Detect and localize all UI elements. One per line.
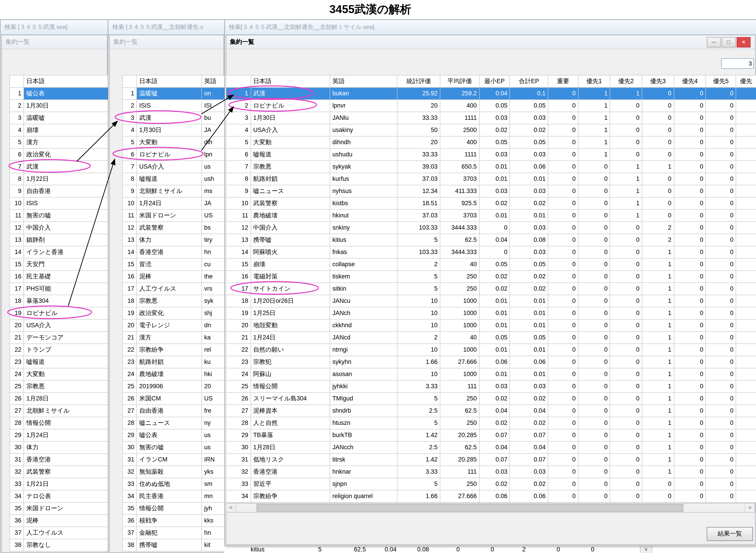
cell[interactable]: htuszn — [330, 417, 397, 429]
cell[interactable]: 0 — [706, 222, 736, 234]
cell[interactable]: 0 — [578, 380, 610, 393]
table-row[interactable]: 7武漢 — [10, 161, 108, 173]
cell[interactable]: 0.05 — [510, 331, 548, 344]
table-row[interactable]: 291月24日 — [10, 429, 108, 441]
row-number[interactable]: 25 — [10, 380, 24, 393]
table-row[interactable]: 9自由香港 — [10, 185, 108, 197]
cell[interactable]: 0 — [578, 417, 610, 429]
cell[interactable]: 0 — [674, 149, 705, 161]
cell[interactable]: 0 — [674, 344, 705, 356]
row-number[interactable]: 7 — [123, 161, 137, 173]
cell[interactable]: JA — [202, 197, 225, 210]
cell[interactable]: 0 — [548, 417, 578, 429]
cell[interactable]: 0.05 — [510, 258, 548, 270]
row-number[interactable]: 1 — [10, 87, 24, 100]
cell[interactable]: 嘘ニュース — [251, 185, 330, 197]
table-row[interactable]: 211月24日JANcd2400.050.05000100 — [226, 331, 756, 344]
cell[interactable]: 0 — [548, 283, 578, 295]
cell[interactable]: 0 — [610, 222, 642, 234]
table-row[interactable]: 14阿蘇噴火fnkas103.333444.33300.03000100 — [226, 246, 756, 258]
row-number[interactable]: 30 — [10, 441, 24, 454]
cell[interactable]: 0 — [706, 356, 736, 368]
cell[interactable]: 0.03 — [510, 185, 548, 197]
child-titlebar[interactable]: 集約一覧 — [110, 35, 223, 49]
cell[interactable]: 0 — [674, 478, 705, 490]
cell[interactable]: 0 — [706, 87, 736, 100]
cell[interactable]: 1月20日or26日 — [251, 295, 330, 307]
row-number[interactable]: 15 — [123, 258, 137, 270]
cell[interactable] — [736, 393, 756, 405]
cell[interactable]: 武漢 — [137, 112, 202, 124]
cell[interactable]: JANcd — [330, 331, 397, 344]
cell[interactable]: 0 — [548, 356, 578, 368]
table-row[interactable]: 23航路封鎖ku — [123, 356, 225, 368]
table-row[interactable]: 41月30日JA — [123, 124, 225, 136]
row-number[interactable]: 18 — [123, 295, 137, 307]
cell[interactable]: snkiny — [330, 222, 397, 234]
row-number[interactable]: 33 — [123, 478, 137, 490]
cell[interactable]: 0 — [706, 258, 736, 270]
cell[interactable]: 0 — [610, 258, 642, 270]
cell[interactable]: 0 — [610, 368, 642, 380]
cell[interactable]: 0 — [548, 258, 578, 270]
cell[interactable]: イランと香港 — [24, 246, 108, 258]
cell[interactable]: 0 — [674, 295, 705, 307]
cell[interactable]: 0.05 — [510, 136, 548, 149]
row-number[interactable]: 13 — [226, 234, 251, 246]
cell[interactable] — [736, 210, 756, 222]
cell[interactable]: 0.02 — [479, 124, 510, 136]
cell[interactable]: 0.01 — [479, 319, 510, 331]
cell[interactable]: 1 — [642, 246, 674, 258]
table-row[interactable]: 33習近平sjnpn52500.020.02000000 — [226, 478, 756, 490]
table-row[interactable]: 19政治変化shj — [123, 307, 225, 319]
table-row[interactable]: 8嘘報道ush — [123, 173, 225, 185]
cell[interactable]: 0 — [674, 393, 705, 405]
table-row[interactable]: 261月28日 — [10, 393, 108, 405]
cell[interactable]: USA介入 — [137, 161, 202, 173]
cell[interactable]: 0 — [610, 124, 642, 136]
table-row[interactable]: 5大変動dihndh204000.050.05010000 — [226, 136, 756, 149]
cell[interactable]: tiskem — [330, 270, 397, 283]
cell[interactable]: 0.01 — [479, 210, 510, 222]
row-number[interactable]: 32 — [10, 466, 24, 478]
cell[interactable]: 宗教悪 — [251, 161, 330, 173]
cell[interactable]: 0.01 — [479, 161, 510, 173]
cell[interactable]: 0 — [706, 149, 736, 161]
cell[interactable] — [736, 429, 756, 441]
cell[interactable]: 0 — [578, 454, 610, 466]
cell[interactable]: 0 — [610, 270, 642, 283]
cell[interactable]: the — [202, 270, 225, 283]
cell[interactable]: 香港空港 — [251, 466, 330, 478]
cell[interactable]: 1 — [610, 161, 642, 173]
row-number[interactable]: 32 — [226, 466, 251, 478]
cell[interactable]: スリーマイル島304 — [251, 393, 330, 405]
cell[interactable]: sjnpn — [330, 478, 397, 490]
cell[interactable]: 0 — [548, 112, 578, 124]
column-header[interactable]: 統計評価 — [397, 75, 440, 87]
cell[interactable]: 0 — [706, 100, 736, 112]
cell[interactable]: 0 — [610, 112, 642, 124]
cell[interactable]: 0 — [610, 490, 642, 502]
row-number[interactable]: 17 — [226, 283, 251, 295]
cell[interactable]: 20 — [397, 100, 440, 112]
cell[interactable] — [736, 466, 756, 478]
cell[interactable]: 嘘報道 — [24, 356, 108, 368]
cell[interactable]: 1 — [578, 149, 610, 161]
row-number[interactable]: 10 — [226, 197, 251, 210]
cell[interactable]: 0 — [610, 441, 642, 454]
cell[interactable]: 習近平 — [251, 478, 330, 490]
cell[interactable]: 2.5 — [397, 405, 440, 417]
row-number[interactable]: 25 — [226, 380, 251, 393]
row-number[interactable]: 34 — [226, 490, 251, 502]
cell[interactable]: 25.92 — [397, 87, 440, 100]
cell[interactable]: 5 — [397, 393, 440, 405]
cell[interactable]: 10 — [397, 319, 440, 331]
cell[interactable]: 3703 — [440, 173, 479, 185]
cell[interactable]: 宗教なし — [24, 539, 108, 551]
table-row[interactable]: 6嘘報道ushudu33.3311110.030.03010000 — [226, 149, 756, 161]
cell[interactable]: 3703 — [440, 210, 479, 222]
cell[interactable]: 1月22日 — [24, 173, 108, 185]
cell[interactable]: 核戦争 — [137, 515, 202, 527]
row-number[interactable]: 20 — [123, 319, 137, 331]
cell[interactable]: 米国ドローン — [137, 210, 202, 222]
